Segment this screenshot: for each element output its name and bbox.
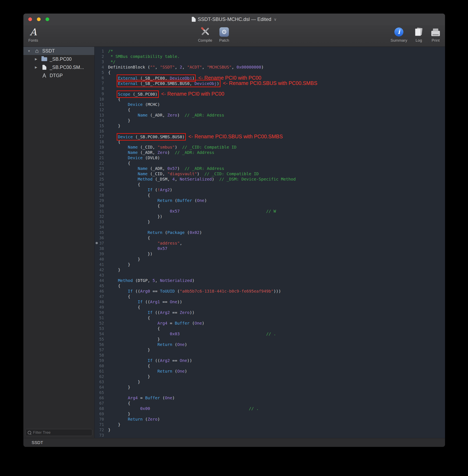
code-line[interactable]: Method (_DSM, 4, NotSerialized) // _DSM:…	[108, 177, 445, 182]
code-line[interactable]: {	[108, 326, 445, 331]
code-line[interactable]: Return (Buffer (One)	[108, 198, 445, 203]
code-line[interactable]: Method (DTGP, 5, NotSerialized)	[108, 278, 445, 283]
code-line[interactable]: }	[108, 123, 445, 128]
code-line[interactable]: }	[108, 337, 445, 342]
code-line[interactable]	[108, 224, 445, 230]
code-line[interactable]: {	[108, 283, 445, 288]
code-line[interactable]: Name (_ADR, Zero) // _ADR: Address	[108, 150, 445, 155]
code-line[interactable]: }	[108, 374, 445, 379]
zoom-window-button[interactable]	[45, 17, 49, 21]
sidebar-item-sb-pc00[interactable]: ▶_SB.PC00	[23, 55, 94, 63]
code-line[interactable]: }	[108, 427, 445, 432]
code-line[interactable]	[108, 86, 445, 91]
code-line[interactable]: 0x57 // W	[108, 208, 445, 214]
code-line[interactable]: {	[108, 235, 445, 240]
code-line[interactable]: {	[108, 193, 445, 198]
fonts-button[interactable]: A Fonts	[24, 26, 43, 43]
patch-button[interactable]: ⚙ Patch	[215, 26, 234, 43]
code-line[interactable]: }	[108, 219, 445, 224]
code-line[interactable]: * SMBus compatibility table.	[108, 54, 445, 59]
code-token	[108, 209, 170, 214]
code-line[interactable]: }	[108, 385, 445, 390]
code-line[interactable]: Device (MCHC)	[108, 102, 445, 107]
code-line[interactable]: Device (_SB.PC00.SMBS.BUS0)<- Rename PCI…	[108, 134, 445, 139]
code-line[interactable]	[108, 432, 445, 438]
code-line[interactable]	[108, 128, 445, 134]
code-line[interactable]: Name (_ADR, Zero) // _ADR: Address	[108, 112, 445, 118]
code-line[interactable]: Return (One)	[108, 369, 445, 374]
code-line[interactable]: If ((Arg2 == Zero))	[108, 310, 445, 315]
code-line[interactable]: {	[108, 70, 445, 75]
code-line[interactable]: }	[108, 422, 445, 427]
print-button[interactable]: Print	[427, 26, 444, 43]
titlebar[interactable]: SSDT-SBUS-MCHC.dsl — Edited ∨	[23, 14, 445, 25]
code-line[interactable]: {	[108, 161, 445, 166]
code-line[interactable]: Scope (_SB.PC00)<- Rename PCI0 with PC00	[108, 91, 445, 96]
code-line[interactable]: 0x00 // .	[108, 406, 445, 411]
code-line[interactable]: Arg4 = Buffer (One)	[108, 395, 445, 401]
code-line[interactable]: DefinitionBlock ("", "SSDT", 2, "ACDT", …	[108, 64, 445, 70]
summary-button[interactable]: i Summary	[388, 26, 410, 43]
code-line[interactable]: 0x57	[108, 246, 445, 251]
code-line[interactable]: {	[108, 304, 445, 310]
code-line[interactable]: 0x03 // .	[108, 331, 445, 337]
code-line[interactable]: }	[108, 379, 445, 385]
code-line[interactable]: /*	[108, 48, 445, 54]
close-window-button[interactable]	[28, 17, 32, 21]
code-line[interactable]: Name (_ADR, 0x57) // _ADR: Address	[108, 166, 445, 171]
code-token	[108, 76, 118, 81]
code-line[interactable]: {	[108, 363, 445, 369]
code-line[interactable]: {	[108, 315, 445, 320]
code-line[interactable]: })	[108, 214, 445, 219]
code-line[interactable]: External (_SB_.PC00, DeviceObj)<- Rename…	[108, 75, 445, 80]
code-line[interactable]: }	[108, 256, 445, 262]
code-line[interactable]: }	[108, 267, 445, 272]
code-line[interactable]: }	[108, 411, 445, 416]
code-line[interactable]: {	[108, 401, 445, 406]
code-line[interactable]: {	[108, 294, 445, 299]
code-line[interactable]: Return (Package (0x02)	[108, 230, 445, 235]
code-line[interactable]: If ((Arg0 == ToUUID ("a0b5b7c6-1318-441c…	[108, 288, 445, 294]
code-line[interactable]: If (!Arg2)	[108, 187, 445, 193]
code-line[interactable]: }	[108, 347, 445, 353]
code-line[interactable]: }	[108, 262, 445, 267]
code-line[interactable]: */	[108, 59, 445, 64]
disclosure-triangle-icon[interactable]: ▶	[35, 57, 41, 61]
code-line[interactable]: {	[108, 139, 445, 144]
code-line[interactable]: If ((Arg1 == One))	[108, 299, 445, 304]
code-line[interactable]: })	[108, 251, 445, 256]
code-line[interactable]: "address",	[108, 240, 445, 246]
code-line[interactable]: {	[108, 96, 445, 102]
code-line[interactable]	[108, 353, 445, 358]
code-line[interactable]: External (_SB_.PC00.SMBS.BUS0, DeviceObj…	[108, 80, 445, 86]
code-line[interactable]: {	[108, 203, 445, 208]
code-token: "address"	[158, 241, 180, 246]
code-line[interactable]: Device (DVL0)	[108, 155, 445, 161]
code-line[interactable]: }	[108, 118, 445, 123]
code-line[interactable]: Name (_CID, "smbus") // _CID: Compatible…	[108, 144, 445, 150]
code-line[interactable]: {	[108, 182, 445, 187]
sidebar-item-dtgp[interactable]: DTGP	[23, 71, 94, 80]
disclosure-triangle-icon[interactable]: ▼	[28, 49, 33, 53]
sidebar-item-sb-pc00-sm[interactable]: ▶_SB.PC00.SM...	[23, 63, 94, 71]
code-editor[interactable]: 1234567891011121314151617181920212223242…	[95, 47, 445, 438]
window-title-group[interactable]: SSDT-SBUS-MCHC.dsl — Edited ∨	[192, 16, 277, 22]
filter-tree-input[interactable]: Filter Tree	[25, 429, 92, 436]
code-line[interactable]	[108, 272, 445, 278]
compile-button[interactable]: Compile	[193, 26, 217, 43]
code-token: )	[261, 65, 264, 70]
chevron-down-icon[interactable]: ∨	[274, 17, 277, 22]
sidebar-item-ssdt[interactable]: ▼⌂SSDT	[23, 47, 94, 55]
code-area[interactable]: /* * SMBus compatibility table. */Defini…	[106, 47, 445, 438]
code-line[interactable]: Name (_CID, "diagsvault") // _CID: Compa…	[108, 171, 445, 177]
code-line[interactable]	[108, 390, 445, 395]
code-line[interactable]: If ((Arg2 == One))	[108, 358, 445, 363]
patch-icon: ⚙	[219, 27, 229, 37]
code-line[interactable]: Return (Zero)	[108, 416, 445, 422]
disclosure-triangle-icon[interactable]: ▶	[35, 65, 41, 69]
minimize-window-button[interactable]	[37, 17, 41, 21]
log-button[interactable]: Log	[410, 26, 427, 43]
code-line[interactable]: Arg4 = Buffer (One)	[108, 320, 445, 326]
code-line[interactable]: Return (One)	[108, 342, 445, 347]
code-line[interactable]: {	[108, 107, 445, 112]
